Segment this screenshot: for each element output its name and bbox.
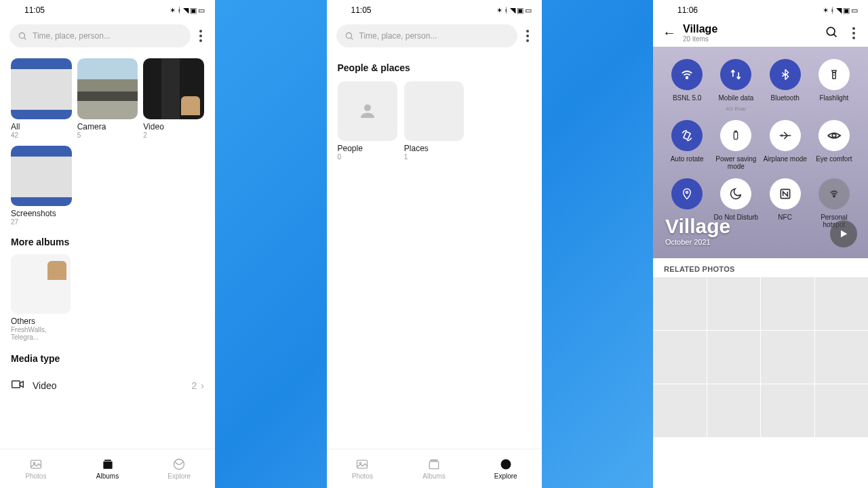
people-item[interactable]: People 0 xyxy=(338,81,397,161)
nav-albums-label: Albums xyxy=(422,472,445,480)
back-button[interactable]: ← xyxy=(663,25,676,41)
album-header: ← Village 20 items xyxy=(653,18,868,47)
nav-albums[interactable]: Albums xyxy=(72,449,144,488)
airplane-icon xyxy=(770,120,801,151)
album-video[interactable]: Video 2 xyxy=(143,58,204,139)
status-time: 11:05 xyxy=(351,5,372,15)
photo-thumb[interactable] xyxy=(761,277,814,330)
qs-hotspot[interactable]: Personal hotspot xyxy=(810,178,859,228)
photo-thumb[interactable] xyxy=(815,277,869,330)
album-hero: BSNL 5.0 Mobile data 4G Roar Bluetooth F… xyxy=(653,47,868,258)
nav-albums-label: Albums xyxy=(96,472,119,480)
album-others[interactable]: Others FreshWalls, Telegra... xyxy=(11,254,71,341)
svg-rect-5 xyxy=(103,462,112,469)
photo-thumb[interactable] xyxy=(707,277,761,330)
photo-thumb[interactable] xyxy=(815,331,869,384)
battery-icon: ▭ xyxy=(198,6,204,15)
svg-point-8 xyxy=(346,33,351,38)
svg-rect-22 xyxy=(734,132,738,140)
qs-wifi[interactable]: BSNL 5.0 xyxy=(663,59,711,112)
album-subtitle: FreshWalls, Telegra... xyxy=(11,326,71,341)
albums-icon xyxy=(427,458,441,471)
more-options-button[interactable] xyxy=(523,30,532,42)
nav-explore[interactable]: Explore xyxy=(470,449,542,488)
album-grid: All 42 Camera 5 Video 2 Screenshots 27 xyxy=(11,58,204,226)
qs-sublabel: 4G Roar xyxy=(726,106,746,112)
search-input[interactable]: Time, place, person... xyxy=(9,24,191,47)
album-count: 2 xyxy=(143,131,204,139)
photo-thumb[interactable] xyxy=(653,331,707,384)
photo-thumb[interactable] xyxy=(815,384,869,437)
header-titles: Village 20 items xyxy=(683,23,717,43)
media-type-video-row[interactable]: Video 2 › xyxy=(11,371,204,400)
person-icon xyxy=(357,101,378,121)
qs-eye-comfort[interactable]: Eye comfort xyxy=(810,120,859,170)
qs-auto-rotate[interactable]: Auto rotate xyxy=(663,120,711,170)
svg-rect-21 xyxy=(684,131,690,140)
bottom-nav: Photos Albums Explore xyxy=(0,449,215,488)
albums-content: All 42 Camera 5 Video 2 Screenshots 27 M… xyxy=(0,52,215,449)
more-options-button[interactable] xyxy=(196,30,205,42)
photo-thumb[interactable] xyxy=(761,384,814,437)
svg-point-27 xyxy=(833,195,835,197)
search-icon xyxy=(18,31,27,41)
photo-thumb[interactable] xyxy=(707,384,761,437)
nav-photos-label: Photos xyxy=(352,472,373,480)
qs-label: BSNL 5.0 xyxy=(673,94,701,102)
vibrate-icon: ✶ xyxy=(170,6,175,15)
photo-thumb[interactable] xyxy=(707,331,761,384)
nav-photos[interactable]: Photos xyxy=(327,449,399,488)
status-icons: ✶ ᚼ ◥ ▣ ▭ xyxy=(170,6,204,15)
svg-line-1 xyxy=(24,37,26,39)
play-button[interactable] xyxy=(830,220,857,247)
album-title: Screenshots xyxy=(11,209,72,218)
places-item[interactable]: Places 1 xyxy=(404,81,464,161)
nav-explore[interactable]: Explore xyxy=(143,449,215,488)
qs-bluetooth[interactable]: Bluetooth xyxy=(761,59,810,112)
search-input[interactable]: Time, place, person... xyxy=(336,24,517,47)
photo-thumb[interactable] xyxy=(653,277,707,330)
qs-label: Flashlight xyxy=(819,94,848,102)
album-camera[interactable]: Camera 5 xyxy=(77,58,138,139)
more-options-button[interactable] xyxy=(849,27,859,39)
header-actions xyxy=(825,25,859,41)
bottom-nav: Photos Albums Explore xyxy=(327,449,542,488)
nav-albums[interactable]: Albums xyxy=(398,449,470,488)
album-screenshots[interactable]: Screenshots 27 xyxy=(11,146,72,226)
qs-power-saving[interactable]: Power saving mode xyxy=(711,120,760,170)
qs-mobile-data[interactable]: Mobile data 4G Roar xyxy=(711,59,760,112)
media-type-video-count: 2 xyxy=(192,380,197,391)
albums-icon xyxy=(101,458,115,471)
svg-point-15 xyxy=(500,460,511,470)
people-label: People xyxy=(338,144,397,153)
quick-settings-grid: BSNL 5.0 Mobile data 4G Roar Bluetooth F… xyxy=(653,47,868,228)
media-type-video-label: Video xyxy=(33,380,57,391)
qs-flashlight[interactable]: Flashlight xyxy=(810,59,859,112)
svg-rect-23 xyxy=(735,131,737,131)
vibrate-icon: ✶ xyxy=(823,6,828,15)
album-all[interactable]: All 42 xyxy=(11,58,72,139)
search-placeholder: Time, place, person... xyxy=(33,31,111,41)
dnd-icon xyxy=(720,178,751,209)
photo-thumb[interactable] xyxy=(761,331,814,384)
qs-nfc[interactable]: NFC xyxy=(761,178,810,228)
album-count: 27 xyxy=(11,218,72,226)
album-count: 5 xyxy=(77,131,138,139)
search-icon xyxy=(825,25,838,39)
qs-airplane[interactable]: Airplane mode xyxy=(761,120,810,170)
photo-thumb[interactable] xyxy=(653,384,707,437)
svg-line-17 xyxy=(833,34,836,37)
qs-label: Auto rotate xyxy=(671,155,704,163)
search-button[interactable] xyxy=(825,25,838,41)
status-bar: 11:05 ✶ ᚼ ◥ ▣ ▭ xyxy=(0,0,215,18)
svg-rect-13 xyxy=(429,462,438,469)
section-people-places: People & places xyxy=(338,62,531,73)
auto-rotate-icon xyxy=(671,120,703,151)
svg-rect-14 xyxy=(431,460,437,461)
nav-explore-label: Explore xyxy=(494,472,517,480)
status-time: 11:05 xyxy=(24,5,45,15)
wifi-icon: ◥ xyxy=(510,6,515,15)
section-media-type: Media type xyxy=(11,353,204,364)
nav-photos[interactable]: Photos xyxy=(0,449,72,488)
related-photos-title: RELATED PHOTOS xyxy=(653,258,868,277)
